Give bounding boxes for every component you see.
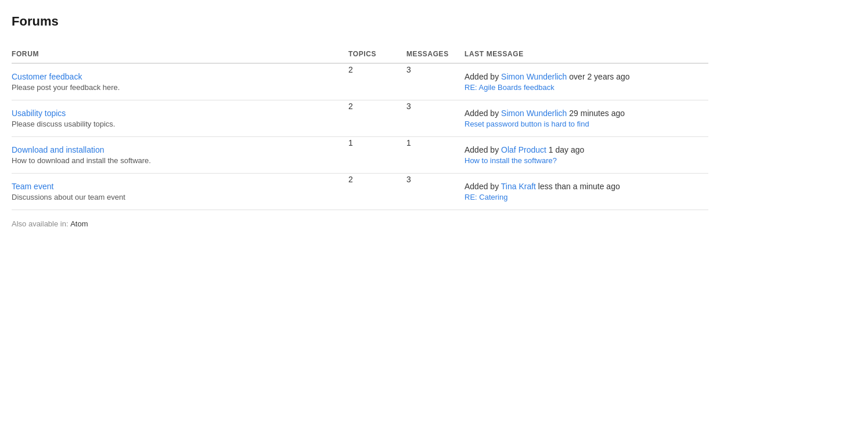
topics-count: 2: [348, 174, 406, 210]
col-header-messages: Messages: [406, 45, 464, 63]
last-message-author-link[interactable]: Tina Kraft: [501, 182, 536, 191]
table-row: Customer feedbackPlease post your feedba…: [12, 63, 708, 100]
last-message-info: Added by Tina Kraft less than a minute a…: [464, 182, 620, 191]
last-message-cell: Added by Simon Wunderlich 29 minutes ago…: [464, 100, 708, 137]
last-message-info: Added by Simon Wunderlich over 2 years a…: [464, 72, 630, 81]
table-row: Team eventDiscussions about our team eve…: [12, 174, 708, 210]
forum-description: Please discuss usability topics.: [12, 120, 341, 128]
last-message-cell: Added by Tina Kraft less than a minute a…: [464, 174, 708, 210]
messages-count: 3: [406, 100, 464, 137]
col-header-last-message: Last Message: [464, 45, 708, 63]
forums-table: Forum Topics Messages Last Message Custo…: [12, 45, 708, 210]
messages-count: 1: [406, 137, 464, 174]
last-message-author-link[interactable]: Simon Wunderlich: [501, 109, 567, 118]
topics-count: 2: [348, 63, 406, 100]
forum-description: How to download and install the software…: [12, 156, 341, 165]
atom-link[interactable]: Atom: [70, 219, 88, 228]
forum-cell: Team eventDiscussions about our team eve…: [12, 174, 348, 210]
topics-count: 2: [348, 100, 406, 137]
table-row: Usability topicsPlease discuss usability…: [12, 100, 708, 137]
last-message-topic-link[interactable]: How to install the software?: [464, 156, 701, 165]
last-message-author-link[interactable]: Olaf Product: [501, 145, 546, 154]
forum-name-link[interactable]: Team event: [12, 182, 53, 191]
forum-description: Please post your feedback here.: [12, 83, 341, 92]
forum-cell: Customer feedbackPlease post your feedba…: [12, 63, 348, 100]
table-row: Download and installationHow to download…: [12, 137, 708, 174]
last-message-topic-link[interactable]: RE: Catering: [464, 193, 701, 201]
col-header-forum: Forum: [12, 45, 348, 63]
forum-description: Discussions about our team event: [12, 193, 341, 201]
last-message-info: Added by Olaf Product 1 day ago: [464, 145, 584, 154]
last-message-cell: Added by Olaf Product 1 day agoHow to in…: [464, 137, 708, 174]
forum-name-link[interactable]: Download and installation: [12, 145, 105, 154]
last-message-topic-link[interactable]: RE: Agile Boards feedback: [464, 83, 701, 92]
forum-cell: Download and installationHow to download…: [12, 137, 348, 174]
page-title: Forums: [12, 14, 856, 29]
forum-name-link[interactable]: Customer feedback: [12, 72, 82, 81]
forum-name-link[interactable]: Usability topics: [12, 109, 66, 118]
last-message-topic-link[interactable]: Reset password button is hard to find: [464, 120, 701, 128]
messages-count: 3: [406, 174, 464, 210]
last-message-author-link[interactable]: Simon Wunderlich: [501, 72, 567, 81]
col-header-topics: Topics: [348, 45, 406, 63]
last-message-info: Added by Simon Wunderlich 29 minutes ago: [464, 109, 625, 118]
forum-cell: Usability topicsPlease discuss usability…: [12, 100, 348, 137]
topics-count: 1: [348, 137, 406, 174]
messages-count: 3: [406, 63, 464, 100]
last-message-cell: Added by Simon Wunderlich over 2 years a…: [464, 63, 708, 100]
also-available: Also available in: Atom: [12, 219, 856, 228]
